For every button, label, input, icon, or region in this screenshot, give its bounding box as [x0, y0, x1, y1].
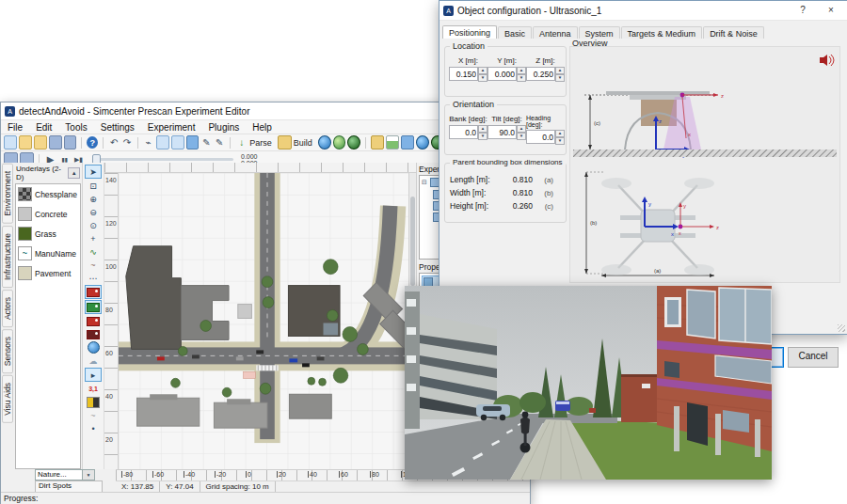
time-slider[interactable]	[92, 158, 233, 161]
zoom-select-tool[interactable]: ⊡	[86, 180, 101, 192]
pencil2-icon[interactable]: ✎	[214, 136, 225, 149]
bank-input[interactable]	[449, 125, 478, 139]
menu-settings[interactable]: Settings	[94, 122, 141, 133]
svg-text:x: x	[688, 132, 691, 137]
terrain-icon[interactable]	[371, 135, 384, 150]
tilt-spin-buttons[interactable]: ▲▼	[517, 125, 526, 139]
tilt-spinner[interactable]: ▲▼	[487, 125, 526, 139]
dialog-help-button[interactable]: ?	[791, 3, 815, 18]
chart-icon[interactable]	[386, 135, 399, 150]
underlay-pavement[interactable]: Pavement	[16, 263, 80, 283]
zoom-out-tool[interactable]: ⊖	[86, 206, 101, 218]
undo-icon[interactable]: ↶	[108, 136, 120, 149]
menu-tools[interactable]: Tools	[58, 122, 93, 133]
dialog-close-button[interactable]: ×	[819, 3, 843, 18]
cloud-tool[interactable]: ☁	[86, 354, 101, 367]
menu-plugins[interactable]: Plugins	[201, 122, 246, 133]
overview-side-view: (c)	[573, 50, 837, 163]
numbers-tool[interactable]: 3,1	[86, 383, 101, 395]
menu-experiment[interactable]: Experiment	[141, 122, 202, 133]
cancel-button[interactable]: Cancel	[788, 347, 839, 368]
y-spinner[interactable]: ▲▼	[487, 67, 526, 81]
globe-blue-icon[interactable]	[318, 135, 331, 150]
length-row: Length [m]: 0.810 (a)	[450, 173, 561, 186]
camera-green-tool[interactable]	[85, 300, 102, 314]
world-icon[interactable]	[416, 135, 429, 150]
segment-tool[interactable]: ⋯	[86, 272, 101, 284]
open-recent-icon[interactable]	[34, 135, 47, 150]
open-file-icon[interactable]	[19, 135, 32, 150]
svg-text:(b): (b)	[590, 220, 597, 226]
dialog-titlebar[interactable]: A Object configuration - Ultrasonic_1 ? …	[439, 1, 847, 21]
copy-icon[interactable]	[156, 135, 169, 150]
palette-tool[interactable]	[86, 396, 101, 408]
globe-tool[interactable]	[86, 341, 101, 354]
cut-icon[interactable]: ⌁	[143, 136, 154, 149]
curve-tool[interactable]: ~	[86, 409, 101, 421]
pointer-tool[interactable]: ▸	[85, 368, 102, 382]
svg-text:x: x	[671, 231, 674, 237]
menu-help[interactable]: Help	[246, 122, 279, 133]
bank-spinner[interactable]: ▲▼	[449, 125, 487, 139]
underlay-manuname[interactable]: ~ ManuName	[16, 244, 80, 263]
svg-text:y: y	[648, 201, 651, 207]
tab-visu-aids[interactable]: Visu Aids	[2, 375, 13, 423]
tab-actors[interactable]: Actors	[2, 290, 13, 327]
nature-dropdown[interactable]: Nature... ▼	[35, 469, 95, 480]
y-spin-buttons[interactable]: ▲▼	[517, 67, 526, 81]
tree-collapse-icon[interactable]: ⊟	[422, 179, 427, 186]
globe-dark-icon[interactable]	[347, 135, 360, 150]
tab-infrastructure[interactable]: Infrastructure	[2, 226, 13, 288]
map-2d-drawing[interactable]	[119, 173, 416, 469]
underlay-concrete[interactable]: Concrete	[16, 204, 80, 224]
underlay-grass[interactable]: Grass	[16, 224, 80, 244]
camera-dark-tool[interactable]	[86, 328, 101, 340]
globe-light-icon[interactable]	[333, 135, 346, 150]
bank-spin-buttons[interactable]: ▲▼	[478, 125, 487, 139]
heading-input[interactable]	[526, 130, 555, 144]
heading-spin-buttons[interactable]: ▲▼	[555, 130, 565, 144]
x-spinner[interactable]: ▲▼	[449, 67, 487, 81]
arc-road-tool[interactable]: ~	[86, 259, 101, 271]
select-tool[interactable]: ➤	[85, 165, 102, 179]
new-file-icon[interactable]	[4, 135, 17, 150]
y-input[interactable]	[487, 67, 517, 81]
zoom-extents-tool[interactable]: ⊙	[86, 219, 101, 231]
z-spinner[interactable]: ▲▼	[526, 67, 565, 81]
help-icon[interactable]: ?	[87, 136, 98, 149]
underlay-chessplane[interactable]: Chessplane	[16, 184, 80, 204]
menu-edit[interactable]: Edit	[29, 122, 58, 133]
heading-spinner[interactable]: ▲▼	[526, 130, 565, 144]
tab-sensors[interactable]: Sensors	[2, 329, 13, 373]
node-tool[interactable]: •	[86, 422, 101, 434]
height-value: 0.260	[501, 201, 533, 211]
collapse-panel-button[interactable]: ▲	[68, 167, 80, 179]
menu-file[interactable]: File	[1, 122, 29, 133]
parse-button[interactable]: ↓ Parse	[235, 136, 272, 149]
paste-icon[interactable]	[171, 135, 184, 150]
save-all-icon[interactable]	[64, 135, 77, 150]
redo-icon[interactable]: ↷	[121, 136, 133, 149]
z-input[interactable]	[526, 67, 555, 81]
tab-environment[interactable]: Environment	[2, 164, 13, 224]
x-input[interactable]	[449, 67, 478, 81]
pan-tool[interactable]: +	[86, 232, 101, 244]
pencil-icon[interactable]: ✎	[200, 136, 212, 149]
dropdown-arrow-icon[interactable]: ▼	[83, 469, 95, 480]
progress-bar-row: Progress:	[1, 492, 530, 504]
spline-road-tool[interactable]: ∿	[86, 245, 101, 258]
object-config-dialog: A Object configuration - Ultrasonic_1 ? …	[439, 0, 847, 335]
resize-grip[interactable]	[838, 324, 845, 332]
zoom-in-tool[interactable]: ⊕	[86, 193, 101, 205]
z-spin-buttons[interactable]: ▲▼	[555, 67, 565, 81]
grid-view-icon[interactable]	[186, 135, 200, 150]
build-button[interactable]: Build	[278, 135, 312, 150]
road-editor-icon[interactable]	[401, 135, 414, 150]
map-2d-canvas[interactable]	[119, 173, 416, 469]
tilt-input[interactable]	[487, 125, 517, 139]
camera-red2-tool[interactable]	[86, 315, 101, 327]
save-icon[interactable]	[49, 135, 62, 150]
x-spin-buttons[interactable]: ▲▼	[478, 67, 487, 81]
camera-red-tool[interactable]	[85, 285, 102, 299]
location-group: Location X [m]: ▲▼ Y [m]: ▲▼	[444, 46, 567, 97]
